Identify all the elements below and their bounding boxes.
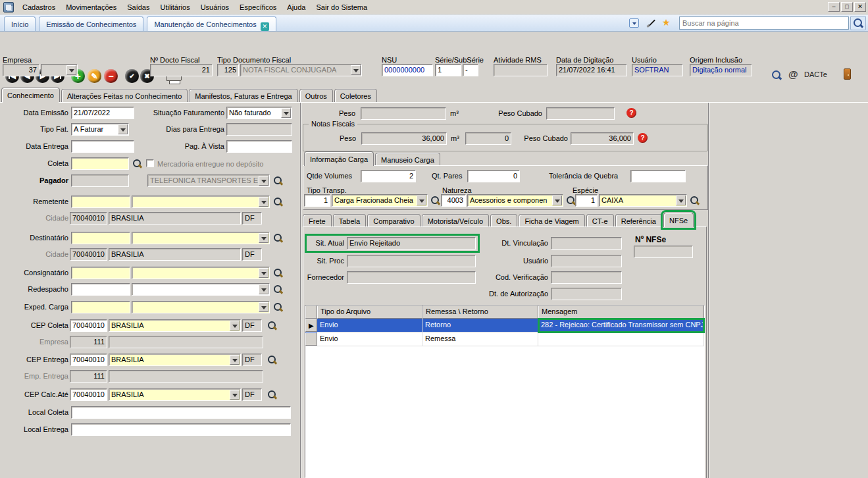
tab-nfse[interactable]: NFSe <box>663 213 694 227</box>
menu-saidas[interactable]: Saídas <box>122 0 155 14</box>
exped-carga-field[interactable] <box>71 301 130 313</box>
cep-entrega-city-combo[interactable]: BRASILIA <box>109 354 241 366</box>
destinatario-combo[interactable] <box>132 232 270 244</box>
tab-alteracoes[interactable]: Alterações Feitas no Conhecimento <box>61 89 188 102</box>
remetente-lookup-icon[interactable] <box>273 197 283 207</box>
tab-comparativo[interactable]: Comparativo <box>367 214 420 227</box>
cell-remessa[interactable]: Retorno <box>422 319 538 332</box>
cell-mensagem[interactable]: 282 - Rejeicao: Certificado Transmissor … <box>538 319 704 332</box>
natureza-combo[interactable]: Acessorios e componen <box>467 194 563 207</box>
tipo-fat-combo[interactable]: A Faturar <box>71 123 129 136</box>
menu-ajuda[interactable]: Ajuda <box>282 0 311 14</box>
wand-icon[interactable] <box>646 18 655 28</box>
favorites-star-icon[interactable]: ★ <box>662 17 671 28</box>
qtde-volumes-field[interactable]: 2 <box>361 170 416 182</box>
cep-calc-cep-field[interactable]: 70040010 <box>70 388 107 401</box>
tab-conhecimento[interactable]: Conhecimento <box>1 88 60 102</box>
consignatario-combo[interactable] <box>132 267 270 279</box>
cep-coleta-lookup-icon[interactable] <box>267 321 277 331</box>
consignatario-lookup-icon[interactable] <box>273 268 283 278</box>
menu-usuarios[interactable]: Usuários <box>195 0 234 14</box>
tab-referencia[interactable]: Referência <box>615 214 662 227</box>
menu-cadastros[interactable]: Cadastros <box>17 0 61 14</box>
tab-emissao-conhecimentos[interactable]: Emissão de Conhecimentos <box>39 16 143 31</box>
local-entrega-field[interactable] <box>71 423 291 436</box>
cep-entrega-cep-field[interactable]: 70040010 <box>70 354 107 366</box>
cep-coleta-label: CEP Coleta <box>0 321 68 331</box>
tab-obs[interactable]: Obs. <box>490 214 517 227</box>
empresa-combo[interactable] <box>41 64 78 76</box>
redespacho-combo[interactable] <box>132 283 270 296</box>
destinatario-lookup-icon[interactable] <box>273 233 283 243</box>
exped-carga-combo[interactable] <box>132 301 270 313</box>
tab-tabela[interactable]: Tabela <box>333 214 366 227</box>
minimize-button[interactable]: – <box>828 2 840 12</box>
situacao-fat-combo[interactable]: Não faturado <box>226 107 292 119</box>
grid-col-tipo[interactable]: Tipo do Arquivo <box>317 305 422 319</box>
remetente-combo[interactable] <box>132 196 270 208</box>
especie-combo[interactable]: CAIXA <box>599 194 687 207</box>
tab-manuseio-carga[interactable]: Manuseio Carga <box>375 153 440 166</box>
tolerancia-field[interactable] <box>630 170 686 182</box>
peso-help-icon[interactable]: ? <box>626 108 636 118</box>
consignatario-field[interactable] <box>71 267 130 279</box>
tab-ficha-viagem[interactable]: Ficha de Viagem <box>519 214 584 227</box>
tab-informacao-carga[interactable]: Informação Carga <box>304 151 374 166</box>
restore-button[interactable]: □ <box>841 2 853 12</box>
grid-row-selected[interactable]: ▶ Envio Retorno 282 - Rejeicao: Certific… <box>305 319 704 332</box>
exped-carga-lookup-icon[interactable] <box>273 302 283 312</box>
tab-coletores[interactable]: Coletores <box>334 89 377 102</box>
menu-especificos[interactable]: Específicos <box>234 0 282 14</box>
grid-col-remessa[interactable]: Remessa \ Retorno <box>422 305 538 319</box>
cell-tipo[interactable]: Envio <box>317 319 422 332</box>
pagador-lookup-icon[interactable] <box>273 176 283 186</box>
data-emissao-field[interactable]: 21/07/2022 <box>71 107 134 119</box>
coleta-field[interactable] <box>71 157 129 170</box>
qt-pares-field[interactable]: 0 <box>467 170 520 182</box>
natureza-code-field[interactable]: 4003 <box>441 194 466 207</box>
natureza-lookup-icon[interactable] <box>566 196 576 205</box>
page-search-button[interactable] <box>850 16 866 30</box>
application-window: { "colors": { "highlight_green": "#17a24… <box>0 0 868 478</box>
tab-motorista-veiculo[interactable]: Motorista/Veículo <box>422 214 489 227</box>
cep-coleta-cep-field[interactable]: 70040010 <box>70 319 107 332</box>
tipo-transp-code-field[interactable]: 1 <box>304 194 330 207</box>
destinatario-field[interactable] <box>71 232 130 244</box>
menu-sair[interactable]: Sair do Sistema <box>311 0 372 14</box>
cell-tipo[interactable]: Envio <box>317 332 422 346</box>
redespacho-field[interactable] <box>71 283 130 296</box>
close-button[interactable]: ✕ <box>854 2 866 12</box>
tab-manutencao-conhecimentos[interactable]: Manutenção de Conhecimentos✕ <box>147 16 276 31</box>
pagador-combo[interactable]: TELEFONICA TRANSPORTES E I <box>147 174 270 187</box>
data-entrega-field[interactable] <box>71 140 134 153</box>
grid-col-mensagem[interactable]: Mensagem <box>538 305 704 319</box>
remetente-field[interactable] <box>71 196 130 208</box>
cep-calc-lookup-icon[interactable] <box>267 390 277 400</box>
expand-icon[interactable] <box>629 18 639 28</box>
tab-cte[interactable]: CT-e <box>586 214 614 227</box>
cep-coleta-city-combo[interactable]: BRASILIA <box>109 319 241 332</box>
tipo-transp-lookup-icon[interactable] <box>430 196 440 205</box>
empresa-coleta-name-field <box>109 336 263 348</box>
page-search-input[interactable] <box>679 16 849 30</box>
local-coleta-field[interactable] <box>71 406 291 419</box>
cell-remessa[interactable]: Remessa <box>422 332 538 346</box>
menu-utilitarios[interactable]: Utilitários <box>155 0 195 14</box>
tipo-transp-combo[interactable]: Carga Fracionada Cheia <box>332 194 428 207</box>
pag-vista-field[interactable] <box>226 140 292 153</box>
especie-lookup-icon[interactable] <box>690 196 700 205</box>
coleta-lookup-icon[interactable] <box>132 159 142 169</box>
grid-row[interactable]: Envio Remessa <box>305 332 704 346</box>
cep-calc-city-combo[interactable]: BRASILIA <box>109 388 241 401</box>
tab-close-icon[interactable]: ✕ <box>261 22 269 31</box>
tab-manifestos[interactable]: Manifestos, Faturas e Entrega <box>189 89 297 102</box>
especie-code-field[interactable]: 1 <box>575 194 598 207</box>
cep-entrega-lookup-icon[interactable] <box>267 355 277 365</box>
nf-help-icon[interactable]: ? <box>638 133 648 143</box>
tab-outros[interactable]: Outros <box>299 89 333 102</box>
tab-frete[interactable]: Frete <box>303 214 332 227</box>
redespacho-lookup-icon[interactable] <box>273 284 283 294</box>
cell-mensagem[interactable] <box>538 332 704 346</box>
tab-inicio[interactable]: Início <box>4 16 36 31</box>
menu-movimentacoes[interactable]: Movimentações <box>61 0 122 14</box>
